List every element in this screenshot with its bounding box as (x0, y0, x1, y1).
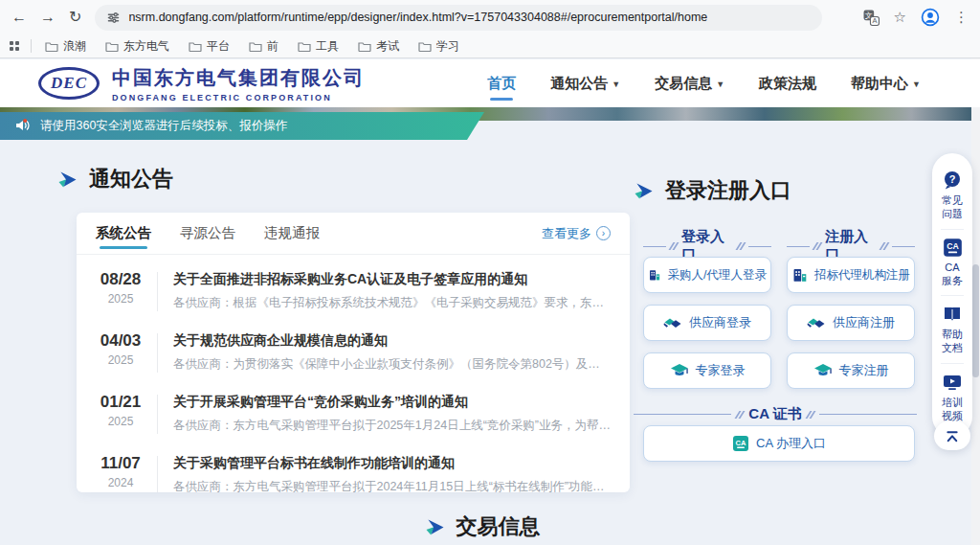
expert-login-button[interactable]: 专家登录 (643, 352, 771, 389)
notice-desc: 各供应商：东方电气采购管理平台拟于2024年11月15日上线“标书在线制作”功能… (173, 479, 611, 492)
scrollbar[interactable] (971, 58, 980, 545)
divider (892, 246, 915, 247)
bookmark-label: 考试 (376, 38, 399, 55)
bookmark-folder[interactable]: 学习 (418, 38, 459, 55)
ca-apply-button[interactable]: CA CA 办理入口 (643, 425, 915, 462)
notice-date-year: 2025 (96, 415, 145, 428)
notice-title-link[interactable]: 关于采购管理平台标书在线制作功能培训的通知 (173, 455, 611, 472)
divider (31, 39, 32, 53)
notice-section-title: 通知公告 (57, 165, 173, 193)
notice-date-year: 2024 (96, 476, 145, 489)
main-nav: 首页 通知公告▼ 交易信息▼ 政策法规 帮助中心▼ (487, 69, 944, 99)
translate-icon[interactable]: 文 A (863, 10, 880, 26)
svg-text:CA: CA (947, 241, 959, 251)
training-videos-shortcut[interactable]: 培训视频 (942, 367, 963, 428)
folder-icon (418, 41, 432, 52)
bookmark-folder[interactable]: 东方电气 (105, 38, 169, 55)
divider (157, 272, 158, 311)
notice-title-link[interactable]: 关于全面推进非招标采购业务CA认证及电子签章应用的通知 (173, 271, 611, 288)
nav-help-center[interactable]: 帮助中心▼ (851, 69, 921, 99)
nav-trade-info[interactable]: 交易信息▼ (655, 69, 724, 99)
notice-list: 08/28 2025 关于全面推进非招标采购业务CA认证及电子签章应用的通知 各… (77, 255, 630, 492)
training-video-icon (942, 372, 963, 393)
section-arrow-icon (634, 182, 654, 200)
screen: ← → ↻ nsrm.dongfang.com/platform/runtime… (0, 0, 980, 545)
graduation-cap-icon (670, 361, 689, 380)
tab-system-notices[interactable]: 系统公告 (96, 213, 151, 254)
supplier-register-button[interactable]: 供应商注册 (787, 305, 915, 341)
scrollbar-thumb[interactable] (972, 264, 979, 377)
graduation-cap-icon (813, 361, 833, 380)
bookmark-label: 浪潮 (63, 38, 86, 55)
notice-desc: 各供应商：根据《电子招标投标系统技术规范》《电子采购交易规范》要求，东方电气采购… (173, 295, 611, 311)
bookmark-folder[interactable]: 平台 (189, 38, 230, 55)
url-bar[interactable]: nsrm.dongfang.com/platform/runtime/epp/d… (95, 5, 822, 31)
back-icon[interactable]: ← (11, 10, 27, 25)
browser-menu-icon[interactable]: ⋮ (954, 9, 969, 26)
notice-title-link[interactable]: 关于开展采购管理平台“竞价采购业务”培训的通知 (173, 394, 611, 411)
bookmark-folder[interactable]: 考试 (358, 38, 399, 55)
divider (634, 414, 731, 415)
divider (941, 229, 964, 230)
handshake-icon (663, 313, 682, 332)
bookmark-label: 工具 (316, 38, 339, 55)
view-more-link[interactable]: 查看更多 › (542, 225, 611, 242)
supplier-login-button[interactable]: 供应商登录 (643, 305, 771, 341)
notice-date-day: 08/28 (96, 270, 145, 289)
bidding-agency-register-button[interactable]: 招标代理机构注册 (787, 257, 915, 293)
announcement-ribbon[interactable]: 请使用360安全浏览器进行后续投标、报价操作 (0, 112, 484, 140)
fm-label: CA服务 (942, 261, 963, 288)
nav-policies[interactable]: 政策法规 (759, 69, 816, 99)
login-section-title: 登录注册入口 (634, 176, 791, 205)
expert-register-button[interactable]: 专家注册 (787, 352, 915, 389)
notice-item[interactable]: 04/03 2025 关于规范供应商企业规模信息的通知 各供应商：为贯彻落实《保… (96, 321, 611, 382)
tab-sourcing-notices[interactable]: 寻源公告 (180, 213, 235, 254)
tab-violation-reports[interactable]: 违规通报 (264, 213, 320, 254)
fm-label: 帮助文档 (942, 328, 963, 355)
reload-icon[interactable]: ↻ (69, 10, 81, 25)
buyer-agent-login-button[interactable]: 采购人/代理人登录 (643, 257, 771, 293)
ca-service-shortcut[interactable]: CA CA服务 (942, 233, 963, 293)
forward-icon[interactable]: → (40, 10, 56, 25)
ca-cert-header: CA 证书 (634, 405, 917, 423)
svg-text:?: ? (949, 173, 956, 185)
fm-label: 常见问题 (942, 193, 963, 221)
divider (787, 246, 810, 247)
section-arrow-icon (57, 170, 78, 189)
divider (748, 246, 771, 247)
dec-logo[interactable]: DEC (38, 67, 100, 100)
bookmark-folder[interactable]: 前 (249, 38, 278, 55)
nav-notices[interactable]: 通知公告▼ (550, 69, 620, 99)
notice-tabs: 系统公告 寻源公告 违规通报 查看更多 › (77, 213, 630, 255)
trade-section-title: 交易信息 (0, 512, 965, 541)
notice-title-link[interactable]: 关于规范供应商企业规模信息的通知 (173, 332, 611, 350)
site-info-icon[interactable] (107, 11, 120, 24)
company-name: 中国东方电气集团有限公司 DONGFANG ELECTRIC CORPORATI… (112, 65, 365, 102)
apps-grid-icon[interactable] (10, 41, 19, 51)
help-docs-shortcut[interactable]: 帮助文档 (942, 299, 963, 360)
bookmark-label: 学习 (436, 38, 459, 55)
slash-decoration (671, 242, 677, 250)
notice-item[interactable]: 01/21 2025 关于开展采购管理平台“竞价采购业务”培训的通知 各供应商：… (96, 382, 611, 443)
url-text: nsrm.dongfang.com/platform/runtime/epp/d… (128, 11, 707, 24)
folder-icon (358, 41, 371, 52)
collapse-to-top-icon (945, 429, 960, 443)
notice-date-day: 01/21 (96, 393, 145, 412)
question-bubble-icon: ? (942, 170, 963, 191)
slash-decoration (738, 242, 744, 250)
divider (157, 395, 158, 434)
bookmark-folder[interactable]: 浪潮 (45, 38, 86, 55)
nav-home[interactable]: 首页 (487, 69, 516, 99)
divider (819, 414, 917, 415)
folder-icon (249, 41, 262, 52)
profile-avatar-icon[interactable] (921, 8, 940, 27)
notice-date-year: 2025 (96, 292, 145, 306)
notice-item[interactable]: 11/07 2024 关于采购管理平台标书在线制作功能培训的通知 各供应商：东方… (96, 443, 611, 492)
collapse-menu-button[interactable] (934, 421, 970, 450)
notice-item[interactable]: 08/28 2025 关于全面推进非招标采购业务CA认证及电子签章应用的通知 各… (96, 260, 611, 321)
divider (643, 246, 666, 247)
bookmark-star-icon[interactable]: ☆ (894, 9, 906, 26)
divider (157, 456, 158, 492)
faq-shortcut[interactable]: ? 常见问题 (942, 165, 963, 226)
bookmark-folder[interactable]: 工具 (298, 38, 339, 55)
